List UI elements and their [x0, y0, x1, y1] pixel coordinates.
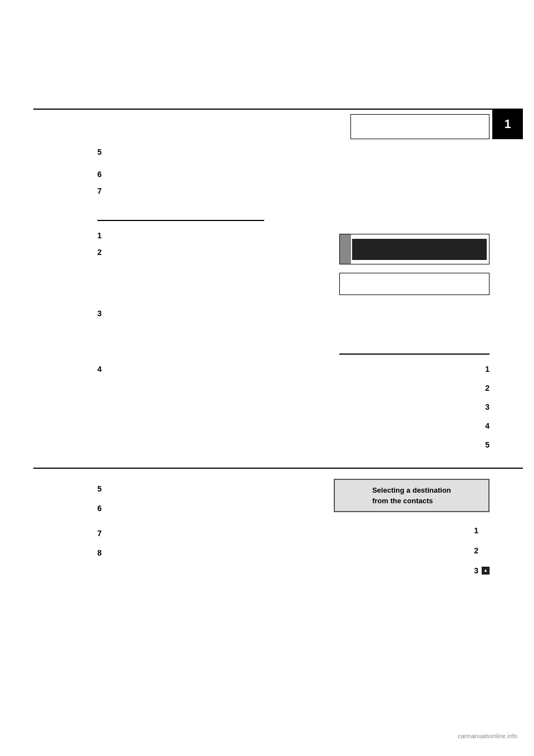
highlight-box: Selecting a destination from the contact… — [334, 479, 490, 512]
item-4: 4 — [97, 365, 102, 374]
sub-item-1-num: 1 — [97, 231, 102, 240]
item-8: 8 — [97, 548, 102, 557]
item-7-bot: 7 — [97, 529, 102, 538]
sub-rule — [97, 220, 264, 221]
right-bottom-item-1: 1 — [474, 526, 490, 535]
sub-list-right-4: 4 — [485, 421, 490, 430]
item-5-bot-num: 5 — [97, 484, 102, 493]
item-6-bot-num: 6 — [97, 504, 102, 513]
item-5-bot: 5 — [97, 484, 102, 493]
sub-rule-2 — [339, 354, 490, 355]
sub-item-2-num: 2 — [97, 248, 102, 257]
chapter-number: 1 — [504, 117, 511, 131]
item-5-top: 5 — [97, 148, 102, 156]
item-8-num: 8 — [97, 548, 102, 557]
right-bottom-item-3: 3 ▲ — [474, 566, 490, 575]
sub-list-right: 1 2 3 4 5 — [485, 365, 490, 459]
grey-bar — [340, 234, 351, 264]
sub-list-right-3: 3 — [485, 402, 490, 411]
item-6-num: 6 — [97, 170, 102, 179]
item-6-bot: 6 — [97, 504, 102, 513]
screenshot-box-mid — [339, 234, 490, 264]
watermark: carmanualsonline.info — [458, 733, 517, 739]
item-6: 6 — [97, 170, 102, 179]
sub-list-right-2: 2 — [485, 384, 490, 392]
watermark-text: carmanualsonline.info — [458, 733, 517, 739]
screenshot-box-lower — [339, 273, 490, 295]
screenshot-box-top — [350, 114, 490, 139]
top-rule — [33, 109, 523, 110]
item-7-bot-num: 7 — [97, 529, 102, 538]
right-bottom-num-1: 1 — [474, 526, 478, 535]
inner-dark — [352, 239, 487, 260]
item-5-top-num: 5 — [97, 148, 102, 156]
right-bottom-item-2: 2 — [474, 546, 490, 555]
highlight-text: Selecting a destination from the contact… — [372, 485, 451, 507]
highlight-line1: Selecting a destination — [372, 486, 451, 494]
item-7: 7 — [97, 186, 102, 195]
page-container: 1 5 6 7 1 2 3 4 1 2 3 4 — [0, 0, 534, 756]
bottom-rule — [33, 468, 523, 469]
highlight-line2: from the contacts — [372, 497, 433, 505]
small-icon: ▲ — [482, 567, 490, 575]
sub-item-2: 2 — [97, 248, 102, 257]
item-7-num: 7 — [97, 186, 102, 195]
sub-list-right-5: 5 — [485, 440, 490, 449]
item-4-num: 4 — [97, 365, 102, 374]
item-3: 3 — [97, 309, 102, 318]
item-3-num: 3 — [97, 309, 102, 318]
sub-list-right-1: 1 — [485, 365, 490, 374]
sub-item-1: 1 — [97, 231, 102, 240]
right-bottom-items: 1 2 3 ▲ — [474, 526, 490, 586]
right-bottom-num-3: 3 — [474, 566, 478, 575]
chapter-tab: 1 — [492, 109, 523, 139]
right-bottom-num-2: 2 — [474, 546, 478, 555]
